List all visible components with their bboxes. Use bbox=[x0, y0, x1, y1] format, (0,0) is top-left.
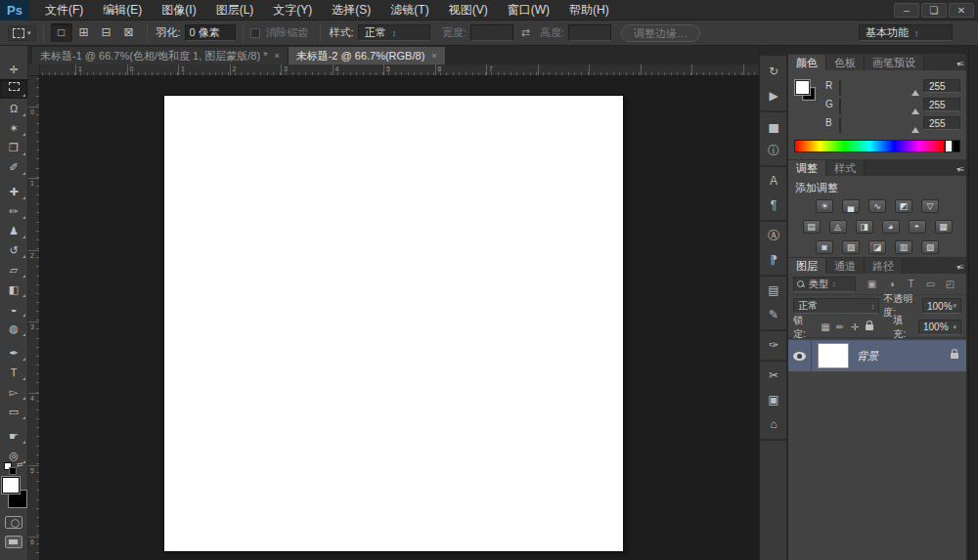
swap-dimensions-icon[interactable]: ⇄ bbox=[521, 26, 530, 39]
layer-comps-icon[interactable]: ▤ bbox=[760, 279, 787, 303]
spot-healing-brush-tool[interactable]: ✚ bbox=[0, 182, 27, 201]
slider-marker-icon[interactable] bbox=[911, 127, 919, 133]
add-to-selection-icon[interactable]: ⊞ bbox=[73, 23, 95, 42]
character-icon[interactable]: A bbox=[760, 169, 787, 194]
quick-mask-button[interactable] bbox=[5, 516, 22, 529]
channel-value-input[interactable] bbox=[923, 79, 960, 93]
notes-icon[interactable]: ✎ bbox=[760, 303, 787, 327]
vibrance-icon[interactable]: ▽ bbox=[921, 199, 939, 213]
curves-icon[interactable]: ∿ bbox=[868, 199, 886, 213]
adjustments-tab-0[interactable]: 调整 bbox=[788, 160, 826, 176]
posterize-icon[interactable]: ▨ bbox=[842, 240, 860, 254]
menu-item-9[interactable]: 帮助(H) bbox=[559, 0, 619, 21]
filter-pixel-icon[interactable]: ▣ bbox=[864, 277, 880, 292]
move-tool[interactable]: ✛ bbox=[0, 60, 27, 79]
clone-stamp-tool[interactable]: ♟ bbox=[0, 221, 27, 240]
gradient-tool[interactable]: ◧ bbox=[0, 280, 27, 299]
selective-color-icon[interactable]: ▧ bbox=[921, 240, 939, 254]
color-tab-2[interactable]: 画笔预设 bbox=[865, 55, 924, 70]
exposure-icon[interactable]: ◩ bbox=[895, 199, 912, 213]
document-tab-2[interactable]: 未标题-2 @ 66.7%(RGB/8)× bbox=[289, 47, 446, 65]
height-input[interactable] bbox=[568, 24, 611, 41]
eraser-tool[interactable]: ▱ bbox=[0, 260, 27, 280]
paragraph-styles-icon[interactable]: ⁋ bbox=[760, 248, 787, 273]
photo-filter-icon[interactable]: ◕ bbox=[882, 220, 900, 234]
brush-tool[interactable]: ✏ bbox=[0, 201, 27, 221]
slider-marker-icon[interactable] bbox=[911, 108, 919, 114]
white-swatch[interactable] bbox=[945, 140, 953, 152]
lock-position-icon[interactable]: ✛ bbox=[848, 322, 863, 332]
blend-mode-combo[interactable]: 正常 ↕ bbox=[793, 298, 879, 314]
visibility-toggle[interactable] bbox=[788, 340, 812, 371]
layers-tab-1[interactable]: 通道 bbox=[826, 258, 865, 274]
filter-smart-object-icon[interactable]: ◰ bbox=[942, 277, 958, 292]
threshold-icon[interactable]: ◪ bbox=[868, 240, 886, 254]
ruler-origin-corner[interactable] bbox=[28, 65, 40, 76]
quick-selection-tool[interactable]: ✶ bbox=[0, 118, 27, 138]
close-button[interactable]: ✕ bbox=[949, 3, 974, 18]
menu-item-8[interactable]: 窗口(W) bbox=[498, 0, 559, 21]
new-selection-icon[interactable]: □ bbox=[51, 23, 72, 42]
levels-icon[interactable]: ▄ bbox=[842, 199, 860, 213]
document-tab-1[interactable]: 未标题-1 @ 66.7%(色相/饱和度 1, 图层蒙版/8) *× bbox=[32, 47, 289, 65]
color-spectrum[interactable] bbox=[794, 140, 945, 152]
color-balance-icon[interactable]: ◬ bbox=[829, 220, 847, 234]
menu-item-4[interactable]: 文字(Y) bbox=[263, 0, 322, 21]
minimize-button[interactable]: – bbox=[894, 3, 919, 18]
rectangle-tool[interactable]: ▭ bbox=[0, 402, 27, 421]
menu-item-0[interactable]: 文件(F) bbox=[35, 0, 93, 21]
gradient-map-icon[interactable]: ▥ bbox=[895, 240, 912, 254]
channel-slider-G[interactable] bbox=[839, 100, 918, 108]
panel-menu-icon[interactable]: ▾≡ bbox=[956, 60, 963, 68]
horizontal-ruler[interactable]: 101234567 bbox=[40, 65, 759, 76]
frame-icon[interactable]: ▣ bbox=[760, 388, 787, 412]
channel-slider-R[interactable] bbox=[839, 81, 918, 90]
path-selection-tool[interactable]: ▻ bbox=[0, 382, 27, 402]
info-icon[interactable]: ⓘ bbox=[760, 139, 787, 163]
character-styles-icon[interactable]: Ⓐ bbox=[760, 224, 787, 248]
width-input[interactable] bbox=[470, 24, 513, 41]
menu-item-6[interactable]: 滤镜(T) bbox=[380, 0, 438, 21]
layer-thumbnail[interactable] bbox=[818, 343, 849, 368]
eyedropper-tool[interactable]: ✐ bbox=[0, 157, 27, 177]
color-tab-1[interactable]: 色板 bbox=[826, 55, 865, 70]
menu-item-5[interactable]: 选择(S) bbox=[322, 0, 380, 21]
workspace-combo[interactable]: 基本功能 ↕ bbox=[859, 24, 953, 41]
layer-row[interactable]: 背景 bbox=[788, 340, 966, 371]
layers-tab-2[interactable]: 路径 bbox=[865, 258, 903, 274]
intersect-selection-icon[interactable]: ⊠ bbox=[118, 23, 140, 42]
filter-type-icon[interactable]: T bbox=[903, 277, 919, 292]
slider-marker-icon[interactable] bbox=[911, 90, 919, 96]
tool-presets-icon[interactable]: ✑ bbox=[760, 333, 787, 358]
pen-tool[interactable]: ✒ bbox=[0, 343, 27, 363]
timeline-icon[interactable]: ⌂ bbox=[760, 412, 787, 437]
menu-item-7[interactable]: 视图(V) bbox=[439, 0, 498, 21]
hand-tool[interactable]: ☛ bbox=[0, 426, 27, 446]
color-lookup-icon[interactable]: ▦ bbox=[935, 220, 953, 234]
dodge-tool[interactable]: ◍ bbox=[0, 319, 27, 338]
panel-menu-icon[interactable]: ▾≡ bbox=[956, 263, 963, 272]
vertical-ruler[interactable]: 0123456 bbox=[28, 76, 40, 560]
menu-item-1[interactable]: 编辑(E) bbox=[93, 0, 152, 21]
style-combo[interactable]: 正常 ↕ bbox=[358, 24, 430, 41]
swap-colors-icon[interactable]: ⇄ bbox=[17, 460, 23, 469]
close-tab-icon[interactable]: × bbox=[274, 51, 279, 61]
paragraph-icon[interactable]: ¶ bbox=[760, 194, 787, 218]
current-tool-dropdown[interactable]: ▾ bbox=[8, 25, 36, 41]
blur-tool[interactable]: ◒ bbox=[0, 299, 27, 319]
subtract-from-selection-icon[interactable]: ⊟ bbox=[96, 23, 117, 42]
channel-slider-B[interactable] bbox=[839, 118, 918, 127]
hue-saturation-icon[interactable]: ▤ bbox=[803, 220, 821, 234]
invert-icon[interactable]: ◙ bbox=[816, 240, 833, 254]
layer-filter-combo[interactable]: 类型 ↕ bbox=[793, 277, 856, 292]
spectrum-ramp[interactable] bbox=[794, 140, 960, 152]
history-icon[interactable]: ↻ bbox=[760, 60, 787, 84]
restore-button[interactable]: ❏ bbox=[921, 3, 947, 18]
channel-value-input[interactable] bbox=[923, 116, 960, 130]
color-tab-0[interactable]: 颜色 bbox=[788, 55, 826, 70]
channel-mixer-icon[interactable]: ◓ bbox=[909, 220, 926, 234]
brightness-contrast-icon[interactable]: ☀ bbox=[816, 199, 833, 213]
type-tool[interactable]: T bbox=[0, 363, 27, 382]
filter-adjustment-icon[interactable]: ◑ bbox=[883, 277, 900, 292]
adjustments-tab-1[interactable]: 样式 bbox=[826, 160, 865, 176]
